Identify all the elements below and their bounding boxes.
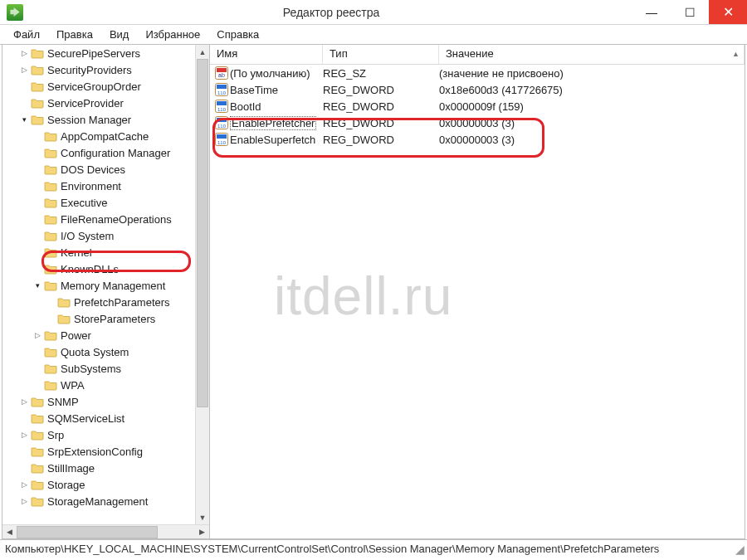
value-type: REG_DWORD [323,134,439,146]
resize-grip-icon[interactable]: ◢ [735,543,742,556]
folder-icon [44,197,57,208]
folder-icon [44,379,57,391]
tree-item[interactable]: PrefetchParameters [2,294,209,310]
tree-item-label: Memory Management [61,280,165,292]
expand-placeholder [19,446,29,456]
col-type-header[interactable]: Тип [323,45,439,64]
folder-icon [44,263,57,275]
maximize-button[interactable]: ☐ [671,0,709,24]
tree-item-label: Executive [61,197,107,209]
folder-icon [31,80,44,92]
tree-item[interactable]: Executive [2,194,209,211]
collapse-icon[interactable]: ▾ [32,280,42,290]
tree-item[interactable]: Kernel [2,244,209,261]
value-name: BaseTime [230,84,323,96]
tree-item[interactable]: Configuration Manager [2,144,209,161]
expand-placeholder [32,347,42,357]
value-data: 0x18e600d3 (417726675) [439,84,563,96]
tree-item[interactable]: WPA [2,377,209,393]
tree-item[interactable]: SrpExtensionConfig [2,443,209,460]
expand-icon[interactable]: ▷ [19,397,29,407]
list-pane[interactable]: Имя Тип Значение ▲ (По умолчанию)REG_SZ(… [210,45,745,538]
expand-placeholder [32,380,42,390]
window-titlebar: Редактор реестра — ☐ ✕ [0,0,747,25]
tree-item[interactable]: FileRenameOperations [2,211,209,227]
tree-item[interactable]: ▷Power [2,327,209,343]
value-type: REG_DWORD [323,84,439,96]
tree-item-label: PrefetchParameters [74,296,170,309]
tree-item[interactable]: SQMServiceList [2,410,209,426]
expand-icon[interactable]: ▷ [19,496,29,506]
value-type: REG_DWORD [323,100,439,113]
expand-placeholder [32,181,42,191]
col-name-header[interactable]: Имя [210,45,323,64]
tree-item[interactable]: ▾Memory Management [2,277,209,294]
expand-placeholder [32,148,42,158]
tree-item-label: SubSystems [61,363,121,375]
expand-icon[interactable]: ▷ [19,480,29,489]
app-icon [7,4,23,21]
collapse-icon[interactable]: ▾ [19,114,29,124]
tree-item-label: Quota System [61,346,129,358]
folder-icon [57,313,71,324]
tree-item[interactable]: I/O System [2,227,209,244]
expand-placeholder [32,214,42,224]
tree-item[interactable]: Environment [2,178,209,194]
tree-horizontal-scrollbar[interactable]: ◀ ▶ [2,524,209,538]
list-scroll-up-icon[interactable]: ▲ [729,46,743,61]
minimize-button[interactable]: — [632,0,671,24]
tree-pane[interactable]: ▷SecurePipeServers▷SecurityProvidersServ… [2,45,210,538]
value-row[interactable]: EnablePrefetcherREG_DWORD0x00000003 (3) [210,114,745,131]
tree-item[interactable]: ▾Session Manager [2,111,209,128]
expand-icon[interactable]: ▷ [32,330,42,340]
tree-item[interactable]: SubSystems [2,360,209,377]
expand-placeholder [32,131,42,141]
tree-item-label: StoreParameters [74,313,155,325]
folder-icon [44,163,57,175]
tree-item[interactable]: StillImage [2,460,209,476]
menu-favorites[interactable]: Избранное [137,27,208,42]
value-row[interactable]: BootIdREG_DWORD0x0000009f (159) [210,98,745,114]
tree-item[interactable]: Quota System [2,343,209,360]
tree-item[interactable]: ServiceProvider [2,95,209,111]
value-row[interactable]: BaseTimeREG_DWORD0x18e600d3 (417726675) [210,81,745,98]
value-row[interactable]: (По умолчанию)REG_SZ(значение не присвое… [210,65,745,81]
tree-item-label: I/O System [61,230,114,242]
tree-item[interactable]: KnownDLLs [2,261,209,277]
value-data: 0x00000003 (3) [439,134,515,146]
list-header[interactable]: Имя Тип Значение [210,45,745,65]
tree-item[interactable]: ▷SNMP [2,393,209,410]
folder-icon [44,213,57,225]
expand-icon[interactable]: ▷ [19,430,29,440]
expand-placeholder [32,363,42,373]
expand-icon[interactable]: ▷ [19,65,29,75]
folder-icon [44,147,57,158]
tree-item[interactable]: ServiceGroupOrder [2,78,209,95]
menu-edit[interactable]: Правка [48,27,101,42]
menu-file[interactable]: Файл [5,27,48,42]
tree-item-label: WPA [61,379,85,392]
expand-icon[interactable]: ▷ [19,48,29,58]
menu-view[interactable]: Вид [101,27,138,42]
tree-item-label: StillImage [47,462,95,475]
menu-help[interactable]: Справка [208,27,267,42]
value-row[interactable]: EnableSuperfetchREG_DWORD0x00000003 (3) [210,131,745,148]
tree-item[interactable]: ▷Storage [2,476,209,493]
expand-placeholder [46,314,56,324]
tree-item[interactable]: StoreParameters [2,310,209,327]
tree-item[interactable]: DOS Devices [2,161,209,178]
tree-item[interactable]: AppCompatCache [2,128,209,144]
window-title: Редактор реестра [30,6,632,19]
tree-item-label: SecurityProviders [47,64,132,76]
close-button[interactable]: ✕ [709,0,747,24]
tree-vertical-scrollbar[interactable]: ▲ ▼ [195,45,209,524]
tree-item[interactable]: ▷Srp [2,426,209,443]
folder-icon [31,446,44,457]
col-value-header[interactable]: Значение [439,45,745,64]
folder-icon [31,495,44,507]
tree-item[interactable]: ▷SecurityProviders [2,61,209,78]
tree-item[interactable]: ▷SecurePipeServers [2,45,209,61]
tree-item[interactable]: ▷StorageManagement [2,493,209,509]
tree-item-label: FileRenameOperations [61,213,172,226]
folder-icon [31,429,44,441]
